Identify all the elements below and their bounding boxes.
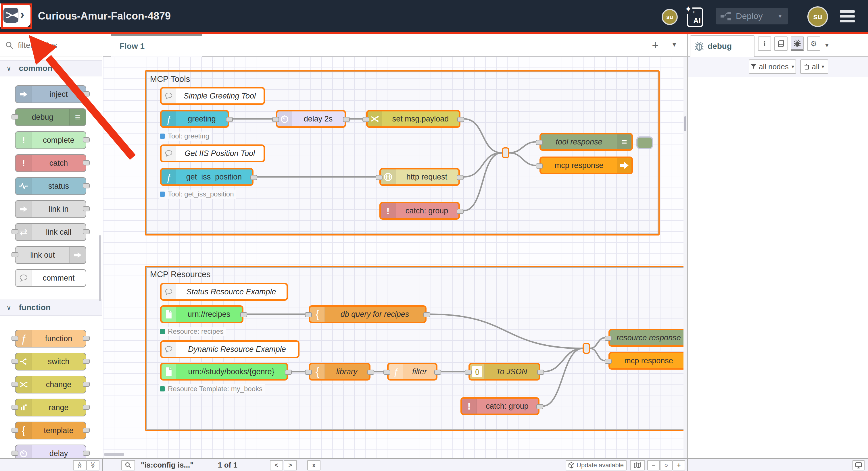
input-port[interactable] bbox=[305, 370, 312, 375]
palette-scrollbar[interactable] bbox=[99, 235, 101, 301]
palette-node-switch[interactable]: switch bbox=[15, 353, 86, 370]
output-port[interactable] bbox=[457, 175, 464, 180]
output-port[interactable] bbox=[226, 117, 233, 122]
change-node-set-msg-payload[interactable]: set msg.payload bbox=[366, 110, 460, 128]
template-node-library[interactable]: { library bbox=[309, 363, 370, 380]
output-port[interactable] bbox=[457, 209, 464, 214]
user-avatar[interactable]: su bbox=[807, 6, 828, 27]
output-port[interactable] bbox=[250, 175, 257, 180]
comment-node-status-resource-example[interactable]: Status Resource Example bbox=[160, 283, 288, 301]
input-port[interactable] bbox=[465, 370, 472, 375]
palette-collapse-all-button[interactable]: ≪ bbox=[73, 460, 86, 470]
palette-node-comment[interactable]: comment bbox=[15, 269, 86, 287]
comment-node-dynamic-resource-example[interactable]: Dynamic Resource Example bbox=[160, 340, 300, 358]
tab-flow-1[interactable]: Flow 1 bbox=[111, 34, 202, 57]
palette-node-status[interactable]: status bbox=[15, 177, 86, 195]
debug-node-tool-response[interactable]: tool response ≡ bbox=[539, 133, 633, 151]
palette-search[interactable] bbox=[0, 34, 102, 57]
catch-node-group[interactable]: ! catch: group bbox=[379, 202, 460, 220]
zoom-out-button[interactable]: − bbox=[647, 460, 660, 470]
debug-node-resource-response[interactable]: resource response ≡ bbox=[609, 329, 683, 347]
output-port[interactable] bbox=[240, 312, 247, 317]
input-port[interactable] bbox=[11, 382, 19, 387]
output-port[interactable] bbox=[537, 370, 544, 375]
comment-node-simple-greeting-tool[interactable]: Simple Greeting Tool bbox=[160, 87, 265, 105]
horizontal-scrollbar[interactable] bbox=[104, 453, 124, 456]
input-port[interactable] bbox=[11, 428, 19, 433]
input-port[interactable] bbox=[11, 405, 19, 410]
user-avatar-small[interactable]: su bbox=[662, 9, 678, 25]
palette-node-catch[interactable]: ! catch bbox=[15, 154, 86, 172]
function-node-filter[interactable]: ƒ filter bbox=[387, 363, 437, 380]
catch-node-group-resources[interactable]: ! catch: group bbox=[460, 397, 539, 415]
sidebar-tabs-caret-icon[interactable]: ▾ bbox=[825, 41, 829, 49]
tab-debug[interactable]: debug bbox=[690, 35, 754, 57]
output-port[interactable] bbox=[457, 117, 464, 122]
debug-toggle-button[interactable] bbox=[636, 136, 653, 149]
input-port[interactable] bbox=[11, 229, 19, 234]
update-available-button[interactable]: Update available bbox=[566, 460, 626, 470]
output-port[interactable] bbox=[536, 404, 543, 409]
json-node-to-json[interactable]: {} To JSON bbox=[468, 363, 540, 380]
output-port[interactable] bbox=[423, 312, 430, 317]
input-port[interactable] bbox=[363, 117, 369, 122]
output-port[interactable] bbox=[83, 206, 90, 211]
output-port[interactable] bbox=[83, 382, 90, 387]
zoom-in-button[interactable]: + bbox=[673, 460, 685, 470]
scrollbar-thumb[interactable] bbox=[684, 116, 686, 131]
output-port[interactable] bbox=[83, 137, 90, 142]
ai-assistant-button[interactable]: ✦ ✧ AI bbox=[687, 7, 703, 27]
resource-node-urn-study-books[interactable]: urn://study/books/{genre} Resource Templ… bbox=[160, 363, 288, 380]
link-out-node-mcp-response-resources[interactable]: mcp response bbox=[609, 352, 683, 370]
palette-node-function[interactable]: ƒ function bbox=[15, 330, 86, 347]
output-port[interactable] bbox=[367, 370, 374, 375]
main-menu-button[interactable] bbox=[840, 10, 855, 23]
debug-clear-button[interactable]: all ▾ bbox=[800, 60, 828, 74]
resource-node-urn-recipes[interactable]: urn://recipes Resource: recipes bbox=[160, 305, 243, 323]
canvas-vertical-scrollbar[interactable] bbox=[683, 57, 687, 458]
input-port[interactable] bbox=[11, 359, 19, 364]
info-tab-button[interactable]: i bbox=[758, 36, 771, 51]
wire-junction[interactable] bbox=[583, 343, 590, 354]
palette-node-delay[interactable]: delay bbox=[15, 445, 86, 458]
palette-filter-input[interactable] bbox=[17, 40, 87, 50]
help-tab-button[interactable] bbox=[774, 36, 787, 51]
output-port[interactable] bbox=[83, 450, 90, 456]
search-flows-button[interactable] bbox=[121, 460, 135, 470]
comment-node-get-iis-position-tool[interactable]: Get IIS Position Tool bbox=[160, 144, 265, 162]
palette-node-range[interactable]: range bbox=[15, 399, 86, 416]
navigator-button[interactable] bbox=[630, 460, 645, 470]
input-port[interactable] bbox=[11, 252, 19, 257]
search-prev-button[interactable]: < bbox=[270, 460, 283, 470]
output-port[interactable] bbox=[83, 428, 90, 433]
input-port[interactable] bbox=[605, 359, 612, 364]
output-port[interactable] bbox=[83, 91, 90, 97]
input-port[interactable] bbox=[536, 140, 542, 145]
flow-canvas[interactable]: MCP Tools MCP Resources bbox=[103, 57, 683, 458]
output-port[interactable] bbox=[343, 117, 350, 122]
palette-section-common[interactable]: ∨ common bbox=[0, 60, 102, 76]
function-node-greeting[interactable]: ƒ greeting Tool: greeting bbox=[160, 110, 229, 128]
output-port[interactable] bbox=[83, 160, 90, 165]
palette-node-link-in[interactable]: link in bbox=[15, 200, 86, 218]
output-port[interactable] bbox=[83, 405, 90, 410]
debug-filter-button[interactable]: all nodes ▾ bbox=[749, 60, 796, 74]
settings-tab-button[interactable]: ⚙ bbox=[807, 36, 820, 51]
search-next-button[interactable]: > bbox=[284, 460, 297, 470]
palette-section-function[interactable]: ∨ function bbox=[0, 300, 102, 316]
debug-tab-button[interactable] bbox=[791, 36, 804, 51]
input-port[interactable] bbox=[536, 163, 542, 169]
link-out-node-mcp-response[interactable]: mcp response bbox=[539, 157, 633, 174]
output-port[interactable] bbox=[83, 183, 90, 189]
http-request-node[interactable]: http request bbox=[379, 168, 460, 186]
delay-node-2s[interactable]: delay 2s bbox=[276, 110, 346, 128]
open-new-window-button[interactable] bbox=[852, 460, 865, 470]
wire-junction[interactable] bbox=[502, 147, 509, 158]
function-node-get-iss-position[interactable]: ƒ get_iss_position Tool: get_iss_positio… bbox=[160, 168, 253, 186]
output-port[interactable] bbox=[83, 336, 90, 341]
input-port[interactable] bbox=[272, 117, 279, 122]
palette-node-link-out[interactable]: link out bbox=[15, 246, 86, 264]
input-port[interactable] bbox=[11, 336, 19, 341]
add-flow-button[interactable]: + bbox=[648, 39, 662, 53]
deploy-caret-icon[interactable]: ▾ bbox=[773, 10, 787, 22]
